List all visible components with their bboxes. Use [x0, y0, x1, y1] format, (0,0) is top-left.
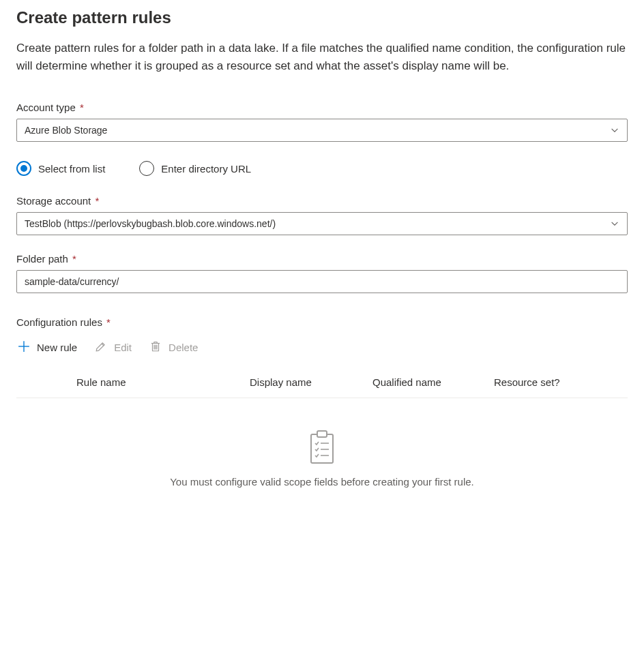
folder-path-input[interactable]: [16, 270, 628, 293]
chevron-down-icon: [610, 125, 619, 135]
col-rule-name[interactable]: Rule name: [55, 376, 250, 388]
required-mark: *: [77, 102, 84, 113]
page-description: Create pattern rules for a folder path i…: [16, 40, 628, 74]
radio-select-from-list[interactable]: Select from list: [16, 161, 105, 176]
storage-account-value: TestBlob (https://perlovskybugbash.blob.…: [25, 218, 276, 229]
required-mark: *: [104, 316, 111, 328]
storage-account-group: Storage account * TestBlob (https://perl…: [16, 195, 628, 235]
plus-icon: [18, 340, 30, 355]
edit-label: Edit: [114, 342, 132, 353]
radio-indicator-unselected: [139, 161, 154, 176]
pencil-icon: [95, 340, 107, 355]
radio-enter-directory-url[interactable]: Enter directory URL: [139, 161, 251, 176]
page-title: Create pattern rules: [16, 8, 628, 27]
account-type-group: Account type * Azure Blob Storage: [16, 102, 628, 142]
configuration-rules-label: Configuration rules *: [16, 316, 628, 328]
configuration-rules-group: Configuration rules * New rule Edit Dele…: [16, 316, 628, 501]
col-qualified-name[interactable]: Qualified name: [372, 376, 494, 388]
required-mark: *: [70, 253, 76, 265]
account-type-label: Account type *: [16, 102, 628, 113]
storage-account-label: Storage account *: [16, 195, 628, 207]
account-type-value: Azure Blob Storage: [25, 125, 107, 136]
account-type-select[interactable]: Azure Blob Storage: [16, 119, 628, 142]
label-text: Configuration rules: [16, 316, 102, 328]
radio-indicator-selected: [16, 161, 31, 176]
empty-state: You must configure valid scope fields be…: [16, 398, 628, 501]
source-mode-radio-group: Select from list Enter directory URL: [16, 161, 628, 176]
folder-path-label: Folder path *: [16, 253, 628, 265]
empty-state-message: You must configure valid scope fields be…: [16, 476, 628, 488]
new-rule-button[interactable]: New rule: [18, 340, 77, 355]
radio-label: Select from list: [38, 163, 105, 175]
storage-account-select[interactable]: TestBlob (https://perlovskybugbash.blob.…: [16, 212, 628, 235]
col-select: [16, 376, 55, 388]
clipboard-icon: [16, 430, 628, 465]
svg-rect-11: [311, 434, 333, 463]
delete-button: Delete: [149, 340, 198, 355]
chevron-down-icon: [610, 219, 619, 228]
rules-table-header: Rule name Display name Qualified name Re…: [16, 367, 628, 398]
radio-label: Enter directory URL: [161, 163, 251, 175]
rules-toolbar: New rule Edit Delete: [16, 333, 628, 367]
col-display-name[interactable]: Display name: [250, 376, 372, 388]
folder-path-group: Folder path *: [16, 253, 628, 293]
label-text: Account type: [16, 102, 76, 113]
new-rule-label: New rule: [37, 342, 77, 353]
edit-button: Edit: [95, 340, 132, 355]
label-text: Folder path: [16, 253, 68, 265]
svg-rect-12: [317, 431, 327, 437]
label-text: Storage account: [16, 195, 91, 207]
required-mark: *: [92, 195, 99, 207]
trash-icon: [149, 340, 162, 355]
delete-label: Delete: [169, 342, 198, 353]
col-resource-set[interactable]: Resource set?: [494, 376, 628, 388]
